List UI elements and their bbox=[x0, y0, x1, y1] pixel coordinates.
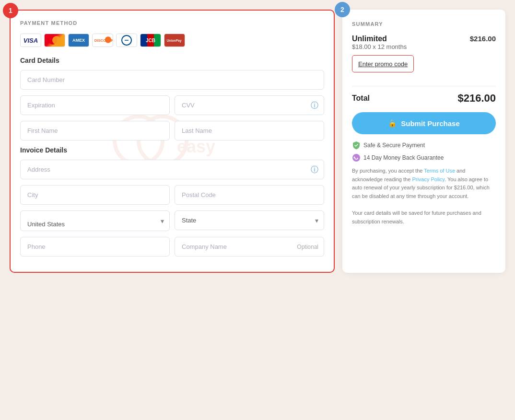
city-postal-row bbox=[20, 185, 324, 205]
state-group: State Alabama Alaska California New York… bbox=[175, 210, 324, 231]
card-number-group bbox=[20, 70, 324, 90]
company-input[interactable] bbox=[175, 237, 324, 257]
unionpay-icon: UnionPay bbox=[164, 34, 185, 47]
city-group bbox=[20, 185, 170, 205]
postal-code-input[interactable] bbox=[175, 185, 324, 205]
legal-text-4: Your card details will be saved for futu… bbox=[352, 210, 481, 224]
last-name-input[interactable] bbox=[175, 121, 324, 140]
city-input[interactable] bbox=[20, 185, 170, 205]
invoice-details-heading: Invoice Details bbox=[20, 146, 324, 154]
promo-code-link[interactable]: Enter promo code bbox=[358, 60, 408, 68]
country-select[interactable]: United States Canada United Kingdom bbox=[20, 210, 170, 231]
plan-name: Unlimited bbox=[352, 35, 407, 43]
address-group: ⓘ bbox=[20, 160, 324, 179]
state-select-wrapper: State Alabama Alaska California New York… bbox=[175, 210, 324, 230]
company-input-wrapper: Optional bbox=[175, 237, 324, 257]
cvv-group: ⓘ bbox=[175, 95, 324, 115]
legal-text: By purchasing, you accept the Terms of U… bbox=[352, 167, 496, 226]
submit-button-label: Submit Purchase bbox=[401, 119, 460, 128]
total-label: Total bbox=[352, 94, 370, 103]
terms-of-use-link[interactable]: Terms of Use bbox=[424, 168, 455, 174]
plan-info: Unlimited $18.00 x 12 months bbox=[352, 35, 407, 50]
card-icons-row: VISA AMEX DISCOVER bbox=[20, 34, 324, 47]
discover-icon: DISCOVER bbox=[92, 34, 113, 47]
company-group: Optional bbox=[175, 237, 324, 257]
phone-group bbox=[20, 237, 170, 257]
postal-code-group bbox=[175, 185, 324, 205]
visa-icon: VISA bbox=[20, 34, 41, 47]
mastercard-icon bbox=[44, 34, 65, 47]
name-row bbox=[20, 121, 324, 140]
card-number-input[interactable] bbox=[20, 70, 324, 90]
svg-point-3 bbox=[105, 36, 111, 43]
secure-payment-row: Safe & Secure Payment bbox=[352, 141, 496, 150]
money-back-row: 14 Day Money Back Guarantee bbox=[352, 153, 496, 162]
summary-section-title: SUMMARY bbox=[352, 21, 496, 27]
total-amount: $216.00 bbox=[457, 92, 496, 105]
submit-purchase-button[interactable]: 🔒 Submit Purchase bbox=[352, 112, 496, 134]
payment-form-panel: 1 PAYMENT METHOD VISA AMEX DISCOVER bbox=[10, 10, 335, 273]
country-select-wrapper: United States Canada United Kingdom bbox=[20, 210, 170, 231]
shield-check-icon bbox=[352, 141, 361, 150]
phone-input[interactable] bbox=[20, 237, 170, 257]
card-details-heading: Card Details bbox=[20, 57, 324, 64]
address-info-icon[interactable]: ⓘ bbox=[311, 164, 318, 175]
state-select[interactable]: State Alabama Alaska California New York… bbox=[175, 210, 324, 230]
amex-icon: AMEX bbox=[68, 34, 89, 47]
privacy-policy-link[interactable]: Privacy Policy bbox=[412, 176, 445, 182]
expiration-input[interactable] bbox=[20, 95, 170, 115]
country-float-label: Country United States Canada United King… bbox=[20, 210, 170, 231]
svg-text:UnionPay: UnionPay bbox=[167, 39, 182, 43]
first-name-group bbox=[20, 121, 170, 140]
diners-icon bbox=[116, 34, 137, 47]
phone-company-row: Optional bbox=[20, 237, 324, 257]
address-input[interactable] bbox=[20, 160, 324, 179]
cvv-input[interactable] bbox=[175, 95, 324, 115]
expiration-group bbox=[20, 95, 170, 115]
promo-code-box[interactable]: Enter promo code bbox=[352, 55, 414, 72]
last-name-group bbox=[175, 121, 324, 140]
expiry-cvv-row: ⓘ bbox=[20, 95, 324, 115]
country-state-row: Country United States Canada United King… bbox=[20, 210, 324, 231]
lock-icon: 🔒 bbox=[388, 119, 397, 128]
first-name-input[interactable] bbox=[20, 121, 170, 140]
jcb-icon: JCB bbox=[140, 34, 161, 47]
summary-divider bbox=[352, 86, 496, 86]
step-1-badge: 1 bbox=[3, 3, 18, 18]
money-back-label: 14 Day Money Back Guarantee bbox=[363, 154, 444, 161]
legal-text-1: By purchasing, you accept the bbox=[352, 168, 424, 174]
secure-payment-label: Safe & Secure Payment bbox=[363, 142, 425, 149]
plan-price-detail: $18.00 x 12 months bbox=[352, 43, 407, 50]
cvv-info-icon[interactable]: ⓘ bbox=[311, 100, 318, 110]
step-2-badge: 2 bbox=[335, 2, 350, 17]
money-back-icon bbox=[352, 153, 361, 162]
total-row: Total $216.00 bbox=[352, 92, 496, 105]
summary-panel: 2 SUMMARY Unlimited $18.00 x 12 months $… bbox=[342, 10, 505, 273]
country-group: Country United States Canada United King… bbox=[20, 210, 170, 231]
plan-row: Unlimited $18.00 x 12 months $216.00 bbox=[352, 35, 496, 50]
svg-point-1 bbox=[52, 36, 61, 45]
plan-price-total: $216.00 bbox=[470, 35, 496, 43]
payment-section-title: PAYMENT METHOD bbox=[20, 20, 324, 26]
